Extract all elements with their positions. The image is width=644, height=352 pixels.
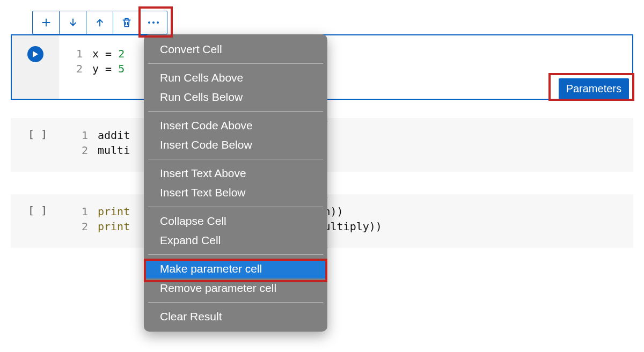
line-number: 1 xyxy=(59,46,83,61)
execution-prompt: [ ] xyxy=(11,194,64,248)
line-number: 2 xyxy=(64,219,88,234)
arrow-down-icon xyxy=(67,17,79,28)
menu-convert-cell[interactable]: Convert Cell xyxy=(144,40,327,59)
plus-icon xyxy=(40,17,52,28)
menu-separator xyxy=(148,254,323,255)
add-cell-button[interactable] xyxy=(33,11,60,34)
more-menu-button[interactable] xyxy=(140,11,167,34)
arrow-up-icon xyxy=(94,17,106,28)
menu-make-parameter-cell[interactable]: Make parameter cell xyxy=(144,259,327,278)
execution-prompt: [ ] xyxy=(11,118,64,172)
parameters-badge: Parameters xyxy=(559,78,629,99)
cell-gutter xyxy=(12,35,59,99)
cell-toolbar xyxy=(32,11,167,34)
line-numbers: 1 2 xyxy=(59,35,92,99)
cell-context-menu: Convert Cell Run Cells Above Run Cells B… xyxy=(144,34,327,332)
menu-insert-text-below[interactable]: Insert Text Below xyxy=(144,183,327,202)
more-icon xyxy=(148,21,159,24)
menu-expand-cell[interactable]: Expand Cell xyxy=(144,231,327,250)
line-numbers: 1 2 xyxy=(64,118,98,172)
line-numbers: 1 2 xyxy=(64,194,98,248)
line-number: 1 xyxy=(64,204,88,219)
menu-run-cells-below[interactable]: Run Cells Below xyxy=(144,87,327,107)
menu-separator xyxy=(148,111,323,112)
line-number: 1 xyxy=(64,128,88,143)
line-number: 2 xyxy=(59,61,83,76)
move-down-button[interactable] xyxy=(60,11,86,34)
menu-run-cells-above[interactable]: Run Cells Above xyxy=(144,68,327,87)
trash-icon xyxy=(121,17,133,28)
delete-cell-button[interactable] xyxy=(113,11,140,34)
menu-insert-code-below[interactable]: Insert Code Below xyxy=(144,135,327,155)
menu-collapse-cell[interactable]: Collapse Cell xyxy=(144,211,327,231)
menu-insert-text-above[interactable]: Insert Text Above xyxy=(144,164,327,183)
move-up-button[interactable] xyxy=(86,11,113,34)
menu-separator xyxy=(148,63,323,64)
menu-separator xyxy=(148,302,323,303)
menu-separator xyxy=(148,207,323,207)
menu-insert-code-above[interactable]: Insert Code Above xyxy=(144,116,327,135)
menu-clear-result[interactable]: Clear Result xyxy=(144,307,327,326)
menu-separator xyxy=(148,159,323,159)
line-number: 2 xyxy=(64,143,88,158)
run-button[interactable] xyxy=(27,46,43,62)
menu-remove-parameter-cell[interactable]: Remove parameter cell xyxy=(144,278,327,298)
